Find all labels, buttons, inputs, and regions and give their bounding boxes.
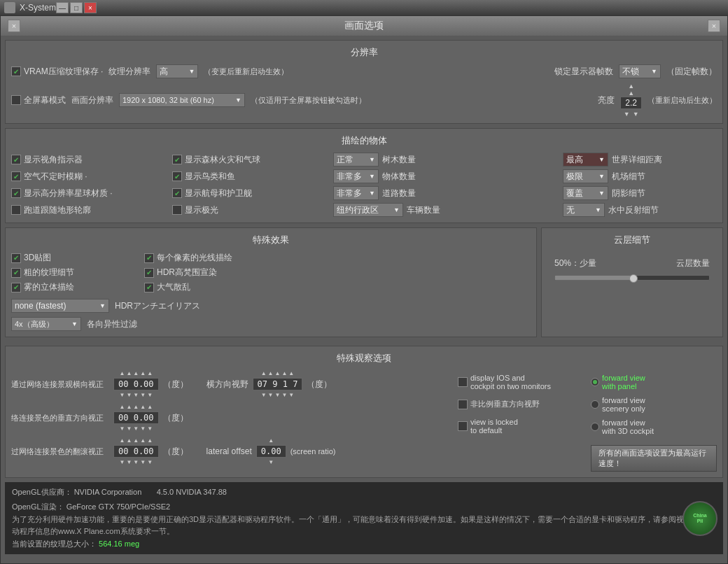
dialog-title-bar: × 画面选项 × — [1, 16, 727, 36]
water-reflect-label: 水中反射细节 — [608, 204, 659, 216]
special-view-section: 特殊观察选项 通过网络连接景观横向视正 ▲ ▲ ▲ ▲ ▲ — [5, 346, 723, 478]
fullscreen-checkbox-item[interactable]: 全屏幕模式 — [11, 94, 66, 106]
resolution-section: 分辨率 VRAM压缩纹理保存 · 纹理分辨率 高 ▼ （变更后重新启动生效） — [5, 40, 723, 124]
effect-checkbox-5[interactable] — [144, 283, 154, 292]
car-count-dropdown[interactable]: 纽约行政区▼ — [333, 203, 403, 217]
road-count-dropdown[interactable]: 非常多▼ — [333, 186, 379, 200]
road-count-label: 道路数量 — [382, 188, 416, 199]
main-window: × 画面选项 × 分辨率 VRAM压缩纹理保存 · 纹理分辨率 高 ▼ — [0, 15, 728, 564]
draw-item-2[interactable]: 空气不定时模糊 · — [11, 171, 165, 183]
draw-checkbox-2[interactable] — [11, 171, 21, 181]
draw-section: 描绘的物体 显示视角指示器 显示森林火灾和气球 正常▼ 树木数量 — [5, 128, 723, 223]
effect-item-5[interactable]: 大气散乱 — [144, 281, 531, 293]
horizontal-fov-unit: （度） — [307, 379, 332, 390]
view-locked-checkbox[interactable] — [458, 421, 468, 431]
brightness-control[interactable]: ▲ ▲ 2.2 ▼ ▼ — [620, 83, 642, 118]
draw-item-0[interactable]: 显示视角指示器 — [11, 154, 165, 166]
display-ios-item[interactable]: display IOS andcockpit on two monitors — [458, 374, 584, 390]
opengl-renderer-label: OpenGL渲染： — [12, 502, 64, 511]
max-settings-button[interactable]: 所有的画面选项设置为最高运行速度！ — [591, 445, 717, 472]
tree-count-label: 树木数量 — [382, 154, 416, 166]
draw-item-7[interactable]: 显示极光 — [172, 204, 326, 216]
correct-color-vert-label: 络连接景色的垂直方向视正 — [11, 413, 109, 423]
draw-checkbox-7[interactable] — [172, 205, 182, 215]
correct-vert-value: 00 0.00 — [113, 411, 159, 424]
view-locked-item[interactable]: view is lockedto default — [458, 418, 584, 435]
dialog-close-left[interactable]: × — [8, 20, 20, 32]
brightness-note: （重新启动后生效） — [648, 95, 717, 106]
effect-item-3[interactable]: HDR高梵围宣染 — [144, 267, 531, 279]
correct-scroll-label: 过网络连接景色的翻滚视正 — [11, 446, 109, 457]
effect-item-4[interactable]: 雾的立体描绘 — [11, 281, 137, 293]
radio-item-2[interactable]: forward viewwith 3D cockpit — [591, 418, 717, 435]
draw-item-6[interactable]: 跑道跟随地形轮廓 — [11, 204, 165, 216]
effects-cloud-container: 特殊效果 3D贴图 每个像素的光线描绘 粗的纹理细节 — [5, 227, 723, 341]
maximize-button[interactable]: □ — [70, 2, 83, 13]
lock-display-arrow: ▼ — [651, 68, 657, 75]
fullscreen-checkbox[interactable] — [11, 95, 21, 105]
effect-checkbox-3[interactable] — [144, 268, 154, 278]
draw-checkbox-5[interactable] — [172, 188, 182, 198]
draw-item-5[interactable]: 显示航母和护卫舰 — [172, 188, 326, 199]
close-button[interactable]: × — [84, 2, 97, 13]
draw-checkbox-3[interactable] — [172, 171, 182, 181]
effect-item-1[interactable]: 每个像素的光线描绘 — [144, 252, 232, 264]
fixed-frames-note: （固定帧数） — [666, 66, 717, 78]
draw-item-1[interactable]: 显示森林火灾和气球 — [172, 154, 326, 166]
vram-checkbox-item[interactable]: VRAM压缩纹理保存 · — [11, 66, 103, 78]
texture-res-dropdown[interactable]: 高 ▼ — [156, 64, 198, 78]
opengl-vendor-label: OpenGL供应商： — [12, 488, 72, 496]
water-reflect-dropdown[interactable]: 无▼ — [563, 203, 605, 217]
draw-item-4[interactable]: 显示高分辨率星球材质 · — [11, 188, 165, 199]
texture-size-value: 564.16 meg — [99, 540, 139, 548]
vram-checkbox[interactable] — [11, 66, 21, 76]
effect-item-2[interactable]: 粗的纹理细节 — [11, 267, 137, 279]
tree-count-dropdown[interactable]: 正常▼ — [333, 153, 379, 167]
effect-checkbox-2[interactable] — [11, 268, 21, 278]
lock-display-dropdown[interactable]: 不锁 ▼ — [619, 64, 661, 78]
object-count-dropdown[interactable]: 非常多▼ — [333, 169, 379, 183]
non-prop-item[interactable]: 非比例垂直方向视野 — [458, 399, 584, 409]
fullscreen-note: （仅适用于全屏幕按钮被勾选时） — [251, 95, 366, 106]
shadow-detail-label: 阴影细节 — [612, 188, 645, 199]
world-detail-dropdown[interactable]: 最高▼ — [563, 153, 608, 167]
radio-item-1[interactable]: forward viewscenery only — [591, 396, 717, 413]
non-prop-checkbox[interactable] — [458, 400, 468, 409]
radio-2[interactable] — [591, 423, 599, 431]
cloud-section: 云层细节 50%：少量 云层数量 — [541, 227, 723, 337]
radio-item-0[interactable]: forward viewwith panel — [591, 374, 717, 390]
shadow-detail-dropdown[interactable]: 覆盖▼ — [563, 186, 608, 200]
horizontal-fov-label: 横方向视野 — [206, 379, 248, 390]
effect-checkbox-0[interactable] — [11, 253, 21, 263]
correct-left-unit: （度） — [163, 379, 188, 390]
draw-checkbox-0[interactable] — [11, 155, 21, 164]
effects-title: 特殊效果 — [11, 234, 531, 246]
draw-checkbox-6[interactable] — [11, 205, 21, 215]
radio-0[interactable] — [591, 378, 599, 386]
resolution-dropdown[interactable]: 1920 x 1080, 32 bit (60 hz) ▼ — [119, 93, 245, 107]
radio-1[interactable] — [591, 400, 599, 409]
effects-section: 特殊效果 3D贴图 每个像素的光线描绘 粗的纹理细节 — [5, 227, 537, 337]
logo-area: ChinaPil — [682, 501, 718, 536]
aa-dropdown[interactable]: none (fastest) ▼ — [11, 299, 109, 313]
content-area: 分辨率 VRAM压缩纹理保存 · 纹理分辨率 高 ▼ （变更后重新启动生效） — [1, 36, 727, 564]
aa-filter-dropdown[interactable]: 4x（高级） ▼ — [11, 317, 81, 331]
brightness-value: 2.2 — [620, 97, 642, 109]
effect-checkbox-1[interactable] — [144, 253, 154, 263]
dialog-close-right[interactable]: × — [708, 20, 720, 32]
minimize-button[interactable]: — — [56, 2, 69, 13]
draw-title: 描绘的物体 — [11, 134, 717, 147]
cloud-slider-track[interactable] — [554, 275, 710, 281]
draw-item-3[interactable]: 显示鸟类和鱼 — [172, 171, 326, 183]
logo-circle: ChinaPil — [682, 501, 718, 536]
effect-checkbox-4[interactable] — [11, 283, 21, 292]
draw-checkbox-4[interactable] — [11, 188, 21, 198]
airport-detail-dropdown[interactable]: 极限▼ — [563, 169, 608, 183]
display-ios-checkbox[interactable] — [458, 377, 468, 387]
lateral-offset-label: lateral offset — [206, 446, 252, 456]
effect-item-0[interactable]: 3D贴图 — [11, 252, 137, 264]
cloud-slider-thumb[interactable] — [629, 274, 638, 283]
opengl-vendor-value: NVIDIA Corporation — [74, 488, 142, 496]
brightness-label: 亮度 — [598, 94, 615, 106]
draw-checkbox-1[interactable] — [172, 155, 182, 164]
